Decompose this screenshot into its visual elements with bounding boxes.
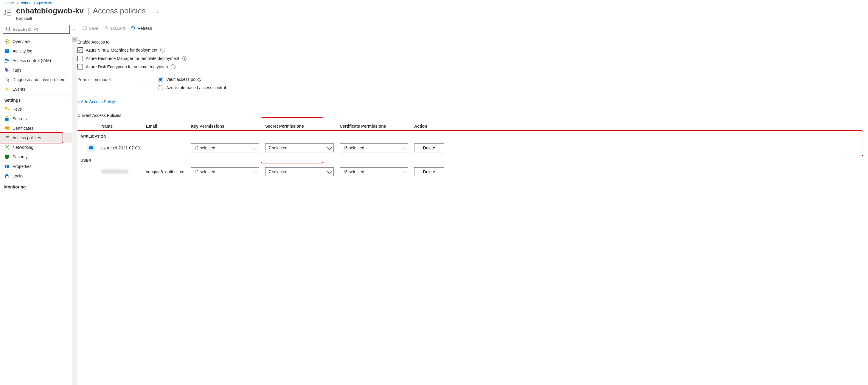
sidebar-item-tags[interactable]: Tags [0, 65, 72, 75]
breadcrumb-current[interactable]: cnbateblogweb-kv [21, 1, 52, 5]
group-user-label: USER [78, 155, 862, 165]
current-policies-label: Current Access Policies [78, 113, 862, 118]
app-avatar [81, 144, 101, 152]
key-permissions-select[interactable]: 12 selected [191, 167, 259, 176]
th-cert-permissions: Certificate Permissions [340, 124, 414, 128]
breadcrumb: Home › cnbateblogweb-kv [0, 0, 868, 5]
more-button[interactable]: … [156, 8, 162, 14]
sidebar-item-overview[interactable]: Overview [0, 37, 72, 46]
delete-button[interactable]: Delete [414, 167, 444, 176]
sidebar-item-certificates[interactable]: Certificates [0, 123, 72, 133]
th-name: Name [101, 124, 146, 128]
networking-icon [4, 145, 9, 150]
add-access-policy-link[interactable]: + Add Access Policy [78, 99, 115, 104]
radio-azure-rbac[interactable]: Azure role-based access control [158, 85, 226, 90]
shield-icon [4, 154, 9, 159]
breadcrumb-home[interactable]: Home [4, 1, 14, 5]
radio-icon[interactable] [158, 85, 163, 90]
events-icon [4, 87, 9, 92]
overview-icon [4, 39, 9, 44]
cert-permissions-select[interactable]: 15 selected [340, 143, 408, 152]
checkbox-icon[interactable] [78, 64, 83, 69]
policies-table: Name Email Key Permissions Secret Permis… [78, 121, 862, 179]
nav-label: Overview [12, 39, 30, 44]
svg-point-18 [7, 128, 9, 130]
refresh-button[interactable]: Refresh [131, 25, 152, 31]
info-icon[interactable]: i [160, 48, 165, 53]
access-policies-nav-icon [4, 135, 9, 141]
sidebar-item-networking[interactable]: Networking [0, 143, 72, 152]
access-policies-icon [4, 8, 12, 18]
secrets-icon [4, 116, 9, 121]
svg-line-26 [6, 146, 6, 147]
refresh-icon [131, 25, 135, 31]
collapse-sidebar-button[interactable]: « [73, 27, 75, 32]
info-icon[interactable]: i [171, 64, 176, 69]
cell-name [101, 169, 146, 174]
sidebar-item-secrets[interactable]: Secrets [0, 114, 72, 123]
delete-button[interactable]: Delete [414, 143, 444, 152]
sidebar-item-properties[interactable]: Properties [0, 161, 72, 171]
discard-button[interactable]: Discard [104, 25, 125, 31]
tags-icon [4, 67, 9, 73]
th-email: Email [146, 124, 191, 128]
certificates-icon [4, 125, 9, 131]
checkbox-icon[interactable] [78, 48, 83, 53]
nav-label: Events [12, 87, 25, 92]
sidebar-item-locks[interactable]: Locks [0, 171, 72, 181]
svg-rect-32 [6, 176, 8, 178]
table-row: yunqian8_outlook.co... 12 selected 7 sel… [78, 165, 862, 179]
svg-rect-8 [6, 50, 8, 50]
checkbox-disk-encryption[interactable]: Azure Disk Encryption for volume encrypt… [78, 64, 862, 69]
permission-model-label: Permission model [78, 77, 158, 82]
sidebar-scrollbar[interactable]: ▲ [72, 37, 78, 385]
nav-label: Networking [12, 145, 33, 150]
settings-group-label: Settings [0, 95, 72, 105]
secret-permissions-select[interactable]: 7 selected [265, 143, 334, 152]
nav-label: Locks [12, 174, 24, 178]
sidebar-item-activity-log[interactable]: Activity log [0, 46, 72, 56]
sidebar-item-security[interactable]: Security [0, 152, 72, 161]
scroll-up-icon[interactable]: ▲ [72, 37, 78, 42]
sidebar-item-access-policies[interactable]: Access policies [0, 133, 72, 143]
keys-icon [4, 107, 9, 112]
nav-label: Secrets [12, 116, 27, 121]
radio-icon[interactable] [158, 77, 163, 82]
key-permissions-select[interactable]: 12 selected [191, 143, 259, 152]
svg-rect-9 [6, 51, 8, 51]
sidebar-item-diagnose[interactable]: Diagnose and solve problems [0, 75, 72, 84]
lock-icon [4, 173, 9, 179]
svg-point-3 [6, 27, 9, 30]
svg-line-27 [7, 146, 8, 147]
sidebar-item-access-control[interactable]: Access control (IAM) [0, 56, 72, 65]
nav-label: Activity log [12, 49, 32, 53]
sidebar-item-keys[interactable]: Keys [0, 105, 72, 114]
nav-label: Tags [12, 68, 22, 72]
th-key-permissions: Key Permissions [191, 124, 265, 128]
cert-permissions-select[interactable]: 15 selected [340, 167, 408, 176]
search-input[interactable] [13, 27, 67, 32]
monitoring-group-label: Monitoring [0, 182, 72, 191]
info-icon[interactable]: i [182, 56, 187, 61]
sidebar-item-events[interactable]: Events [0, 84, 72, 94]
page-title: cnbateblogweb-kv [16, 6, 84, 16]
save-button[interactable]: Save [82, 25, 98, 31]
search-icon [6, 26, 11, 32]
svg-rect-29 [5, 165, 6, 168]
secret-permissions-select[interactable]: 7 selected [265, 167, 334, 176]
group-application-label: APPLICATION [78, 131, 862, 141]
svg-point-6 [6, 41, 8, 42]
checkbox-vm-deployment[interactable]: Azure Virtual Machines for deployment i [78, 48, 862, 53]
cell-email: yunqian8_outlook.co... [146, 169, 191, 174]
radio-vault-access-policy[interactable]: Vault access policy [158, 77, 226, 82]
svg-rect-34 [84, 26, 86, 27]
checkbox-arm-deployment[interactable]: Azure Resource Manager for template depl… [78, 56, 862, 61]
svg-rect-14 [6, 109, 9, 110]
checkbox-icon[interactable] [78, 56, 83, 61]
resource-type: Key vault [16, 16, 162, 21]
main-content: Save Discard Refresh Enable Access to: A… [78, 24, 868, 385]
sidebar-search[interactable] [3, 25, 70, 34]
nav-label: Security [12, 154, 28, 159]
activity-log-icon [4, 48, 9, 54]
svg-point-11 [7, 59, 9, 61]
